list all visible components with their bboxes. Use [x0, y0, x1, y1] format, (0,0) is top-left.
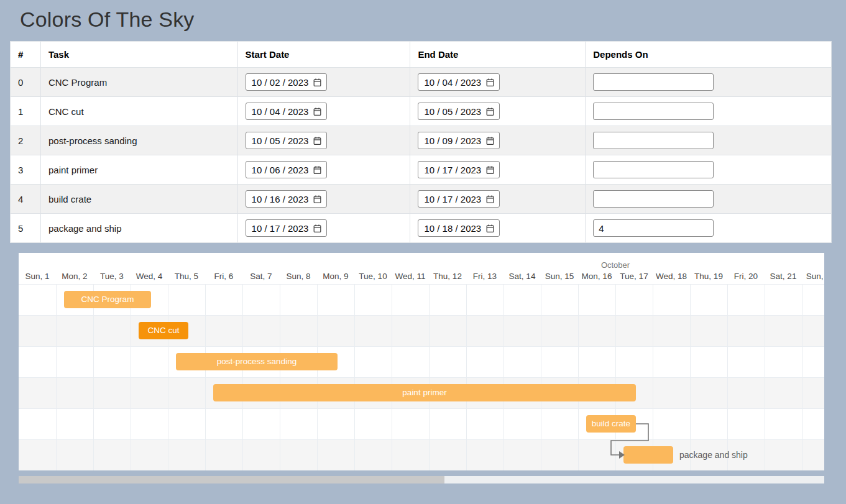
task-name: build crate: [40, 185, 237, 214]
gantt-task-bar[interactable]: post-process sanding: [176, 353, 338, 370]
header-start-date: Start Date: [237, 42, 410, 68]
gantt-task-bar[interactable]: CNC Program: [64, 291, 151, 308]
gantt-task-bar[interactable]: paint primer: [213, 384, 636, 401]
task-name: CNC Program: [40, 68, 237, 97]
task-name: post-process sanding: [40, 126, 237, 155]
depends-on-input[interactable]: [593, 103, 714, 120]
gantt-month-label: October: [578, 260, 653, 270]
gantt-row-line: [19, 346, 824, 347]
table-row: 0 CNC Program 10 / 02 / 2023 10 / 04 / 2…: [11, 68, 832, 97]
row-number: 0: [11, 68, 41, 97]
calendar-icon[interactable]: [313, 107, 322, 116]
depends-on-input[interactable]: [593, 190, 714, 208]
date-value: 10 / 17 / 2023: [252, 223, 309, 234]
gantt-row-line: [19, 377, 824, 378]
calendar-icon[interactable]: [485, 195, 495, 204]
date-value: 10 / 04 / 2023: [252, 106, 309, 117]
row-number: 5: [11, 214, 41, 243]
calendar-icon[interactable]: [313, 224, 322, 233]
calendar-icon[interactable]: [485, 107, 495, 116]
start-date-input[interactable]: 10 / 06 / 2023: [246, 161, 328, 178]
end-date-input[interactable]: 10 / 04 / 2023: [418, 73, 500, 91]
end-date-input[interactable]: 10 / 17 / 2023: [418, 161, 500, 178]
date-value: 10 / 17 / 2023: [424, 165, 481, 175]
depends-on-input[interactable]: [593, 73, 714, 91]
date-value: 10 / 04 / 2023: [424, 77, 481, 88]
gantt-task-outside-label: package and ship: [679, 446, 748, 464]
start-date-input[interactable]: 10 / 04 / 2023: [246, 103, 328, 120]
start-date-input[interactable]: 10 / 02 / 2023: [246, 73, 328, 91]
calendar-icon[interactable]: [485, 78, 495, 87]
table-row: 3 paint primer 10 / 06 / 2023 10 / 17 / …: [11, 155, 832, 185]
date-value: 10 / 18 / 2023: [424, 223, 481, 234]
task-name: CNC cut: [40, 97, 237, 126]
table-header-row: # Task Start Date End Date Depends On: [11, 42, 832, 68]
date-value: 10 / 06 / 2023: [252, 165, 309, 175]
calendar-icon[interactable]: [485, 136, 495, 145]
row-number: 1: [11, 97, 41, 126]
row-number: 4: [11, 185, 41, 214]
table-row: 5 package and ship 10 / 17 / 2023 10 / 1…: [11, 214, 832, 243]
gantt-task-bar[interactable]: build crate: [586, 415, 636, 433]
gantt-task-bar[interactable]: CNC cut: [139, 322, 188, 339]
scrollbar-thumb[interactable]: [19, 476, 444, 483]
end-date-input[interactable]: 10 / 17 / 2023: [418, 190, 500, 208]
gantt-row-line: [19, 315, 824, 316]
calendar-icon[interactable]: [313, 165, 322, 175]
gantt-row-line: [19, 284, 824, 285]
date-value: 10 / 05 / 2023: [252, 135, 309, 146]
end-date-input[interactable]: 10 / 09 / 2023: [418, 132, 500, 149]
dependency-arrow: [19, 253, 824, 470]
depends-on-input[interactable]: [593, 219, 714, 237]
table-row: 2 post-process sanding 10 / 05 / 2023 10…: [11, 126, 832, 155]
row-number: 2: [11, 126, 41, 155]
task-name: paint primer: [40, 155, 237, 185]
end-date-input[interactable]: 10 / 18 / 2023: [418, 219, 500, 237]
date-value: 10 / 02 / 2023: [252, 77, 309, 88]
calendar-icon[interactable]: [485, 165, 495, 175]
header-task: Task: [40, 42, 237, 68]
start-date-input[interactable]: 10 / 16 / 2023: [246, 190, 328, 208]
depends-on-input[interactable]: [593, 161, 714, 178]
date-value: 10 / 17 / 2023: [424, 194, 481, 204]
table-row: 4 build crate 10 / 16 / 2023 10 / 17 / 2…: [11, 185, 832, 214]
date-value: 10 / 16 / 2023: [252, 194, 309, 204]
gantt-task-bar[interactable]: [623, 446, 673, 464]
row-number: 3: [11, 155, 41, 185]
date-value: 10 / 05 / 2023: [424, 106, 481, 117]
calendar-icon[interactable]: [313, 195, 322, 204]
gantt-day-label: Sun, 22: [796, 272, 824, 281]
gantt-row-line: [19, 408, 824, 409]
end-date-input[interactable]: 10 / 05 / 2023: [418, 103, 500, 120]
start-date-input[interactable]: 10 / 17 / 2023: [246, 219, 328, 237]
depends-on-input[interactable]: [593, 132, 714, 149]
table-row: 1 CNC cut 10 / 04 / 2023 10 / 05 / 2023: [11, 97, 832, 126]
calendar-icon[interactable]: [485, 224, 495, 233]
header-end-date: End Date: [410, 42, 586, 68]
gantt-row-line: [19, 439, 824, 440]
task-table: # Task Start Date End Date Depends On 0 …: [10, 41, 832, 243]
calendar-icon[interactable]: [313, 78, 322, 87]
header-depends-on: Depends On: [586, 42, 832, 68]
calendar-icon[interactable]: [313, 136, 322, 145]
date-value: 10 / 09 / 2023: [424, 135, 481, 146]
gantt-chart: October Sun, 1Mon, 2Tue, 3Wed, 4Thu, 5Fr…: [19, 253, 824, 470]
task-name: package and ship: [40, 214, 237, 243]
gantt-horizontal-scrollbar[interactable]: [19, 476, 824, 483]
start-date-input[interactable]: 10 / 05 / 2023: [246, 132, 328, 149]
header-num: #: [11, 42, 41, 68]
page-title: Colors Of The Sky: [20, 7, 195, 32]
